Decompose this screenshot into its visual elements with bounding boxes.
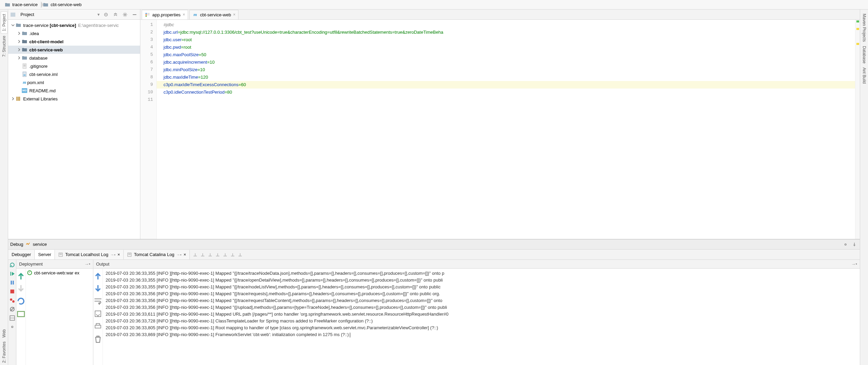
editor-body[interactable]: 1234567891011 #jdbcjdbc.url=jdbc:mysql:/…: [140, 20, 860, 239]
deployment-artifact[interactable]: cbt-service-web:war ex: [26, 269, 93, 277]
close-icon[interactable]: ×: [233, 12, 235, 17]
tree-root-path: E:\agent\trace-servic: [78, 23, 119, 28]
svg-rect-25: [10, 272, 11, 275]
pause-icon[interactable]: [9, 280, 15, 286]
svg-point-29: [10, 298, 12, 301]
clear-icon[interactable]: [93, 334, 103, 344]
print-icon[interactable]: [93, 322, 103, 331]
rerun-icon[interactable]: [9, 262, 15, 268]
step-into-icon[interactable]: [200, 252, 205, 257]
settings-icon[interactable]: [9, 324, 15, 330]
tree-item[interactable]: MDREADME.md: [8, 86, 140, 95]
undeploy-icon[interactable]: [16, 284, 26, 293]
down-icon[interactable]: [93, 284, 103, 293]
pin-icon[interactable]: [851, 241, 858, 248]
debug-tab[interactable]: Debugger: [8, 250, 35, 259]
breakpoints-icon[interactable]: [9, 297, 15, 303]
code-line[interactable]: jdbc.url=jdbc:mysql://127.0.0.1:3306/cbt…: [157, 29, 855, 36]
rail-tab-web[interactable]: Web: [1, 327, 7, 339]
breadcrumb-item[interactable]: trace-service: [3, 1, 41, 9]
pin-icon: →•: [176, 253, 182, 257]
close-icon[interactable]: ×: [183, 12, 185, 17]
tree-label: cbt-service.iml: [29, 72, 58, 77]
svg-rect-0: [11, 13, 15, 17]
properties-icon: [145, 12, 150, 17]
run-to-cursor-icon[interactable]: [230, 252, 235, 257]
rail-tab-structure[interactable]: 7: Structure: [1, 34, 7, 59]
debug-tab[interactable]: Tomcat Localhost Log →• ×: [55, 250, 124, 259]
console-output[interactable]: 2019-07-03 20:36:33,355 [INFO ][http-nio…: [103, 269, 860, 365]
svg-point-3: [124, 14, 126, 15]
folder-icon: [22, 47, 27, 52]
svg-rect-28: [10, 289, 14, 293]
tree-item[interactable]: cbt-service-web: [8, 46, 140, 54]
log-icon: [127, 252, 132, 257]
tree-root[interactable]: trace-service [cbt-service] E:\agent\tra…: [8, 21, 140, 29]
tree-external-libraries[interactable]: External Libraries: [8, 95, 140, 103]
close-icon[interactable]: ×: [184, 252, 186, 257]
code-line[interactable]: c3p0.idleConnectionTestPeriod=80: [157, 89, 855, 96]
svg-point-30: [12, 300, 15, 303]
up-icon[interactable]: [93, 271, 103, 281]
svg-rect-37: [95, 325, 101, 328]
code-area[interactable]: #jdbcjdbc.url=jdbc:mysql://127.0.0.1:330…: [157, 20, 855, 239]
code-line[interactable]: c3p0.maxIdleTimeExcessConnections=60: [157, 81, 855, 89]
tree-item[interactable]: cbt-service.iml: [8, 70, 140, 78]
pin-icon[interactable]: →•: [84, 261, 90, 267]
breadcrumb-item[interactable]: cbt-service-web: [41, 1, 85, 9]
tree-item[interactable]: .gitignore: [8, 62, 140, 70]
folder-icon: [22, 31, 27, 36]
step-over-icon[interactable]: [192, 252, 198, 257]
svg-rect-11: [18, 97, 19, 101]
code-line[interactable]: jdbc.pwd=root: [157, 44, 855, 51]
stop-icon[interactable]: [9, 288, 15, 295]
breadcrumb: trace-service cbt-service-web: [0, 0, 868, 10]
tree-item[interactable]: .idea: [8, 29, 140, 37]
soft-wrap-icon[interactable]: [93, 297, 103, 306]
code-line[interactable]: [157, 96, 855, 104]
code-line[interactable]: jdbc.maxPoolSize=50: [157, 51, 855, 59]
resume-icon[interactable]: [9, 271, 15, 277]
library-icon: [16, 96, 21, 101]
editor-tab[interactable]: app.properties×: [142, 10, 188, 19]
rail-tab-maven[interactable]: Maven Projects: [861, 12, 867, 44]
refresh-icon[interactable]: [16, 297, 26, 306]
scroll-end-icon[interactable]: [93, 309, 103, 318]
hide-icon[interactable]: [131, 11, 138, 18]
tree-item[interactable]: mpom.xml: [8, 78, 140, 86]
debug-tab[interactable]: Tomcat Catalina Log →• ×: [124, 250, 190, 259]
code-line[interactable]: #jdbc: [157, 21, 855, 29]
artifact-icon[interactable]: [16, 309, 26, 318]
editor-tab[interactable]: mcbt-service-web×: [189, 10, 238, 19]
pin-icon[interactable]: →•: [851, 261, 857, 267]
dropdown-icon[interactable]: ▾: [97, 12, 100, 17]
gear-icon[interactable]: [842, 241, 849, 248]
step-out-icon[interactable]: [215, 252, 220, 257]
console-line: 2019-07-03 20:36:33,356 [INFO ][http-nio…: [106, 290, 857, 297]
code-line[interactable]: jdbc.maxIdleTime=120: [157, 74, 855, 81]
collapse-icon[interactable]: [112, 11, 119, 18]
code-line[interactable]: jdbc.acquireIncrement=10: [157, 59, 855, 66]
force-step-into-icon[interactable]: [207, 252, 213, 257]
tab-label: Server: [38, 252, 51, 257]
maven-icon: m: [22, 80, 27, 85]
deploy-icon[interactable]: [16, 271, 26, 281]
drop-frame-icon[interactable]: [222, 252, 228, 257]
evaluate-icon[interactable]: [237, 252, 243, 257]
rail-tab-favorites[interactable]: 2: Favorites: [1, 339, 7, 365]
mute-breakpoints-icon[interactable]: [9, 306, 15, 312]
code-line[interactable]: jdbc.minPoolSize=10: [157, 66, 855, 74]
rail-tab-project[interactable]: 1: Project: [1, 12, 7, 34]
marker-stripe[interactable]: [855, 20, 860, 239]
tree-item[interactable]: database: [8, 54, 140, 62]
rail-tab-ant[interactable]: Ant Build: [861, 65, 867, 86]
code-line[interactable]: jdbc.user=root: [157, 36, 855, 44]
close-icon[interactable]: ×: [118, 252, 120, 257]
gear-icon[interactable]: [122, 11, 128, 18]
rail-tab-database[interactable]: Database: [861, 44, 867, 65]
project-tool-window: Project ▾ trace-service [cbt-service] E:…: [8, 10, 140, 239]
tree-item[interactable]: cbt-client-model: [8, 37, 140, 46]
locate-icon[interactable]: [103, 11, 109, 18]
debug-tab[interactable]: Server: [35, 250, 55, 259]
layout-icon[interactable]: [9, 315, 15, 321]
